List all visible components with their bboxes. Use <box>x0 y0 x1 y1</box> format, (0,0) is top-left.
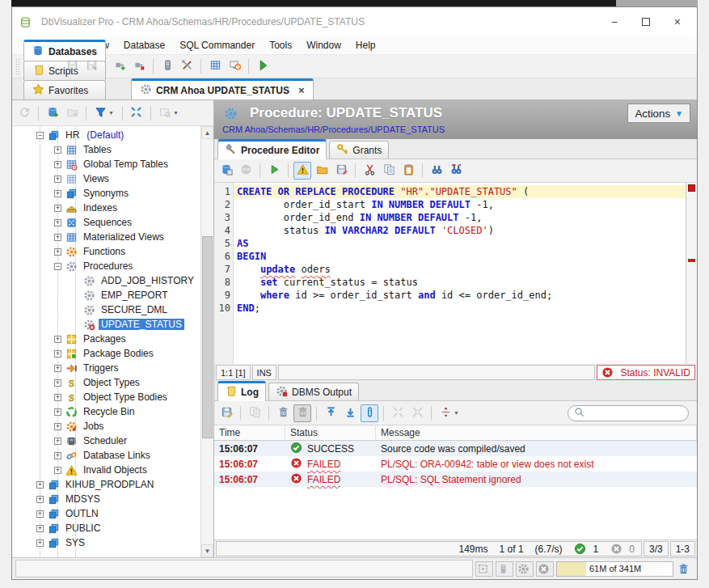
code-line[interactable]: update oders <box>234 263 686 276</box>
tree-item-packages[interactable]: +Packages <box>12 332 200 346</box>
cut-button[interactable] <box>361 162 378 180</box>
copy-button[interactable] <box>246 404 264 422</box>
code-line[interactable]: where id >= order_id_start and id <= ord… <box>234 289 686 302</box>
actions-button[interactable]: Actions ▼ <box>627 104 690 123</box>
find-button[interactable] <box>428 162 445 180</box>
tree-expander[interactable]: + <box>54 336 61 343</box>
tree-item-triggers[interactable]: +Triggers <box>12 361 200 375</box>
error-marker[interactable] <box>688 184 695 192</box>
tree-expander[interactable]: + <box>36 510 44 518</box>
tree-item-materialized-views[interactable]: +Materialized Views <box>12 230 200 244</box>
tree-expander[interactable]: − <box>36 132 44 139</box>
scrollbar-thumb[interactable] <box>202 236 213 438</box>
error-stripe[interactable] <box>686 183 697 364</box>
code-line[interactable]: CREATE OR REPLACE PROCEDURE "HR"."UPDATE… <box>234 185 686 198</box>
run-button[interactable] <box>254 57 272 75</box>
tab-databases[interactable]: Databases <box>23 40 106 61</box>
tree-item-object-types[interactable]: +SObject Types <box>12 375 200 390</box>
tree-item-indexes[interactable]: +Indexes <box>12 201 200 215</box>
tab-log[interactable]: Log <box>217 381 266 401</box>
tree-scrollbar[interactable]: ▲ ▼ <box>200 126 213 557</box>
log-search-box[interactable] <box>568 405 689 421</box>
tree-expander[interactable]: + <box>54 234 61 241</box>
save-edit-button[interactable] <box>332 162 350 180</box>
code-line[interactable]: order_id_start IN NUMBER DEFAULT -1, <box>234 198 686 211</box>
code-line[interactable]: END; <box>234 302 686 315</box>
tree-expander[interactable]: + <box>54 408 61 416</box>
tree-item-synonyms[interactable]: +Synonyms <box>12 186 200 201</box>
memory-gauge[interactable]: 61M of 341M <box>556 561 673 577</box>
tree-item-outln[interactable]: +OUTLN <box>12 506 200 521</box>
stop-button[interactable]: STOP <box>237 162 255 180</box>
code-area[interactable]: CREATE OR REPLACE PROCEDURE "HR"."UPDATE… <box>234 183 686 364</box>
tree-expander[interactable]: + <box>36 525 44 532</box>
tree-expander[interactable]: + <box>54 205 61 212</box>
tree-item-emp-report[interactable]: EMP_REPORT <box>12 288 200 302</box>
tree-item-global-temp-tables[interactable]: +Global Temp Tables <box>12 157 200 171</box>
monitor-clock-button[interactable] <box>226 57 243 75</box>
database-add-button[interactable] <box>44 104 61 122</box>
tree-item-secure-dml[interactable]: SECURE_DML <box>12 302 200 317</box>
paste-button[interactable] <box>399 162 417 180</box>
tree-expander[interactable]: + <box>54 467 61 474</box>
tab-dbms-output[interactable]: DBMS Output <box>268 383 359 400</box>
disconnect-button[interactable] <box>130 57 148 75</box>
export-edit-button[interactable] <box>217 404 235 422</box>
copy-button[interactable] <box>380 162 398 180</box>
errors-status-button[interactable] <box>536 561 554 577</box>
tools-button[interactable] <box>178 57 196 75</box>
tree-expander[interactable]: + <box>54 452 61 459</box>
refresh-button[interactable] <box>15 104 33 122</box>
scroll-top-button[interactable] <box>322 404 340 422</box>
info-button[interactable] <box>361 404 378 422</box>
tab-procedure-editor[interactable]: Procedure Editor <box>217 139 327 159</box>
doc-tab-crm-ahoa-update_status[interactable]: CRM Ahoa UPDATE_STATUS× <box>131 78 313 99</box>
trash-all-button[interactable] <box>293 404 311 422</box>
connections-status-button[interactable] <box>496 561 513 577</box>
expand-button[interactable] <box>389 404 407 422</box>
tree-item-update-status[interactable]: UPDATE_STATUS <box>12 317 200 332</box>
tree-expander[interactable]: + <box>54 146 61 154</box>
code-line[interactable]: BEGIN <box>234 250 686 263</box>
menu-window[interactable]: Window <box>300 37 348 53</box>
tree-expander[interactable]: + <box>54 161 61 168</box>
sql-editor[interactable]: 12345678910 CREATE OR REPLACE PROCEDURE … <box>214 183 697 364</box>
column-header-time[interactable]: Time <box>214 425 285 440</box>
search-folder-button[interactable]: ▼ <box>156 104 182 122</box>
collapse-button[interactable] <box>408 404 426 422</box>
tasks-status-button[interactable] <box>516 561 534 577</box>
tree-item-database-links[interactable]: +Database Links <box>12 448 200 463</box>
menu-sql-commander[interactable]: SQL Commander <box>173 37 261 53</box>
menu-tools[interactable]: Tools <box>263 37 298 53</box>
code-line[interactable]: set current_status = status <box>234 276 686 289</box>
tree-expander[interactable]: + <box>54 365 61 372</box>
server-button[interactable] <box>158 57 176 75</box>
grid-status-button[interactable] <box>475 561 493 577</box>
tree-expander[interactable]: + <box>54 248 61 256</box>
tree-item-object-type-bodies[interactable]: +SObject Type Bodies <box>12 390 200 404</box>
tree-expander[interactable]: + <box>54 176 61 183</box>
log-row[interactable]: 15:06:07FAILEDPL/SQL: ORA-00942: table o… <box>214 456 697 472</box>
grid-table-button[interactable] <box>206 57 224 75</box>
tree-expander[interactable]: − <box>54 263 61 270</box>
tree-expander[interactable]: + <box>54 219 61 226</box>
log-table-header[interactable]: TimeStatusMessage <box>214 425 697 441</box>
tree-item-add-job-history[interactable]: ADD_JOB_HISTORY <box>12 273 200 288</box>
play-button[interactable] <box>265 162 283 180</box>
log-row[interactable]: 15:06:07FAILEDPL/SQL: SQL Statement igno… <box>214 472 697 487</box>
replace-button[interactable] <box>447 162 465 180</box>
tree-item-public[interactable]: +PUBLIC <box>12 521 200 535</box>
tree-expander[interactable]: + <box>54 350 61 357</box>
db-save-button[interactable] <box>217 162 235 180</box>
trash-button[interactable] <box>274 404 292 422</box>
tree-item-recycle-bin[interactable]: +Recycle Bin <box>12 404 200 419</box>
scroll-up-button[interactable]: ▲ <box>201 126 213 139</box>
tree-expander[interactable]: + <box>54 394 61 401</box>
maximize-button[interactable] <box>642 18 650 26</box>
tree-item-tables[interactable]: +Tables <box>12 142 200 157</box>
tree-expander[interactable]: + <box>36 481 44 489</box>
tree-expander[interactable]: + <box>36 539 44 547</box>
code-line[interactable]: AS <box>234 237 686 250</box>
toolbar-grip[interactable] <box>15 58 20 74</box>
tree-item-kihub-prodplan[interactable]: +KIHUB_PRODPLAN <box>12 477 200 492</box>
